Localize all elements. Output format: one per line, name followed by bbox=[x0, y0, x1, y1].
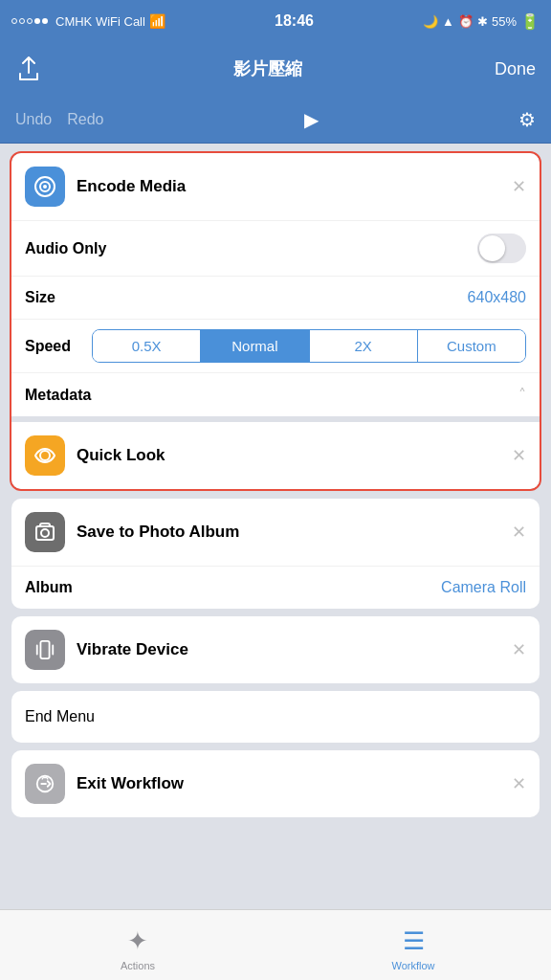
save-photo-album-close[interactable]: ✕ bbox=[512, 522, 526, 543]
done-button[interactable]: Done bbox=[495, 59, 536, 79]
vibrate-device-title: Vibrate Device bbox=[77, 640, 512, 659]
status-left: CMHK WiFi Call 📶 bbox=[11, 13, 165, 29]
carrier-label: CMHK WiFi Call bbox=[55, 14, 145, 29]
encode-media-card: Encode Media ✕ Audio Only Size 640x480 S… bbox=[11, 153, 540, 416]
audio-only-label: Audio Only bbox=[25, 240, 106, 257]
end-menu-text: End Menu bbox=[25, 708, 95, 724]
page-title: 影片壓縮 bbox=[233, 57, 302, 80]
bluetooth-icon: ✱ bbox=[477, 14, 488, 29]
album-value[interactable]: Camera Roll bbox=[441, 579, 526, 596]
actions-label: Actions bbox=[121, 960, 155, 971]
redo-button[interactable]: Redo bbox=[67, 111, 103, 128]
speed-2x-button[interactable]: 2X bbox=[310, 330, 418, 362]
quick-look-header: Quick Look ✕ bbox=[11, 422, 540, 489]
speed-0.5x-button[interactable]: 0.5X bbox=[93, 330, 201, 362]
speed-label: Speed bbox=[25, 338, 92, 355]
workflow-label: Workflow bbox=[391, 960, 434, 971]
audio-only-row: Audio Only bbox=[11, 220, 540, 276]
metadata-chevron-icon[interactable]: ˄ bbox=[518, 386, 526, 404]
tab-workflow[interactable]: ☰ Workflow bbox=[276, 919, 551, 971]
exit-workflow-header: Exit Workflow ✕ bbox=[11, 750, 540, 817]
metadata-label: Metadata bbox=[25, 387, 91, 404]
exit-workflow-icon bbox=[25, 764, 65, 804]
encode-media-icon bbox=[25, 167, 65, 207]
clock: 18:46 bbox=[275, 12, 314, 30]
quick-look-card: Quick Look ✕ bbox=[11, 422, 540, 489]
size-value[interactable]: 640x480 bbox=[468, 289, 526, 306]
battery-label: 55% bbox=[492, 14, 517, 29]
size-row: Size 640x480 bbox=[11, 276, 540, 319]
exit-workflow-close[interactable]: ✕ bbox=[512, 773, 526, 794]
undo-button[interactable]: Undo bbox=[15, 111, 52, 128]
encode-media-header: Encode Media ✕ bbox=[11, 153, 540, 220]
main-content: Encode Media ✕ Audio Only Size 640x480 S… bbox=[0, 144, 551, 980]
tab-bar: ✦ Actions ☰ Workflow bbox=[0, 909, 551, 980]
exit-workflow-title: Exit Workflow bbox=[77, 774, 512, 793]
battery-icon: 🔋 bbox=[520, 12, 540, 31]
audio-only-toggle[interactable] bbox=[477, 234, 526, 263]
album-row: Album Camera Roll bbox=[11, 566, 540, 609]
share-button[interactable] bbox=[15, 56, 42, 82]
speed-buttons: 0.5X Normal 2X Custom bbox=[92, 329, 526, 363]
status-right: 🌙 ▲ ⏰ ✱ 55% 🔋 bbox=[423, 12, 540, 31]
status-bar: CMHK WiFi Call 📶 18:46 🌙 ▲ ⏰ ✱ 55% 🔋 bbox=[0, 0, 551, 42]
metadata-row: Metadata ˄ bbox=[11, 372, 540, 416]
album-label: Album bbox=[25, 579, 73, 596]
quick-look-title: Quick Look bbox=[77, 446, 512, 465]
quick-look-close[interactable]: ✕ bbox=[512, 445, 526, 466]
svg-point-3 bbox=[40, 451, 50, 460]
toolbar: Undo Redo ▶ ⚙ bbox=[0, 96, 551, 144]
end-menu-card: End Menu bbox=[11, 691, 540, 743]
play-button[interactable]: ▶ bbox=[304, 108, 319, 131]
tab-actions[interactable]: ✦ Actions bbox=[0, 919, 276, 971]
signal-icon bbox=[11, 18, 48, 24]
save-photo-album-icon bbox=[25, 512, 65, 552]
location-icon: ▲ bbox=[442, 14, 454, 29]
highlighted-group: Encode Media ✕ Audio Only Size 640x480 S… bbox=[10, 151, 541, 491]
speed-row: Speed 0.5X Normal 2X Custom bbox=[11, 319, 540, 372]
encode-media-close[interactable]: ✕ bbox=[512, 176, 526, 197]
toolbar-left: Undo Redo bbox=[15, 111, 104, 128]
svg-point-2 bbox=[43, 185, 47, 189]
actions-icon: ✦ bbox=[127, 926, 148, 956]
speed-normal-button[interactable]: Normal bbox=[201, 330, 309, 362]
svg-point-5 bbox=[41, 529, 49, 537]
alarm-icon: ⏰ bbox=[458, 14, 474, 29]
vibrate-device-close[interactable]: ✕ bbox=[512, 639, 526, 660]
speed-custom-button[interactable]: Custom bbox=[418, 330, 525, 362]
gear-button[interactable]: ⚙ bbox=[518, 108, 536, 131]
svg-rect-6 bbox=[40, 641, 49, 658]
save-photo-album-card: Save to Photo Album ✕ Album Camera Roll bbox=[11, 499, 540, 609]
size-label: Size bbox=[25, 289, 55, 306]
save-photo-album-header: Save to Photo Album ✕ bbox=[11, 499, 540, 566]
vibrate-device-icon bbox=[25, 630, 65, 670]
moon-icon: 🌙 bbox=[423, 14, 438, 29]
nav-bar: 影片壓縮 Done bbox=[0, 42, 551, 96]
quick-look-icon bbox=[25, 435, 65, 476]
vibrate-device-card: Vibrate Device ✕ bbox=[11, 616, 540, 683]
encode-media-title: Encode Media bbox=[77, 177, 512, 196]
save-photo-album-title: Save to Photo Album bbox=[77, 523, 512, 542]
wifi-icon: 📶 bbox=[149, 13, 165, 29]
exit-workflow-card: Exit Workflow ✕ bbox=[11, 750, 540, 817]
workflow-icon: ☰ bbox=[403, 926, 425, 956]
vibrate-device-header: Vibrate Device ✕ bbox=[11, 616, 540, 683]
